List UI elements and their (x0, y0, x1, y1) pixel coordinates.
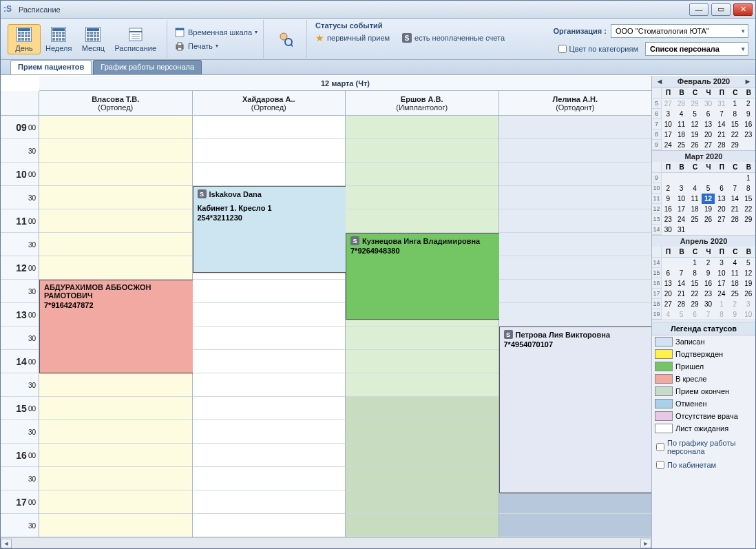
calendar-day[interactable]: 30 (702, 99, 715, 109)
appointment-kuznetsova[interactable]: SКузнецова Инга Владимировна 7*926494838… (346, 233, 500, 320)
calendar-day[interactable]: 3 (675, 183, 688, 194)
mini-calendar-feb[interactable]: ПВСЧПСВ527282930311263456789710111213141… (652, 87, 755, 151)
calendar-day[interactable]: 21 (715, 130, 728, 140)
calendar-day[interactable]: 6 (662, 268, 675, 278)
calendar-day[interactable]: 20 (662, 289, 675, 299)
calendar-day[interactable]: 20 (702, 130, 715, 140)
calendar-day[interactable]: 6 (689, 309, 702, 320)
calendar-day[interactable]: 6 (715, 183, 728, 194)
calendar-day[interactable]: 3 (662, 109, 675, 119)
calendar-day[interactable]: 1 (689, 258, 702, 268)
calendar-day[interactable]: 12 (702, 194, 715, 204)
calendar-day[interactable]: 2 (742, 99, 755, 109)
calendar-day[interactable]: 16 (742, 119, 755, 130)
close-button[interactable]: ✕ (733, 3, 753, 16)
tab-staff-schedule[interactable]: График работы персонала (93, 60, 202, 74)
calendar-day[interactable]: 11 (728, 268, 742, 278)
calendar-day[interactable]: 3 (715, 258, 728, 268)
calendar-day[interactable]: 23 (662, 214, 675, 225)
calendar-day[interactable]: 12 (689, 119, 702, 130)
calendar-day[interactable]: 30 (662, 225, 675, 235)
calendar-day[interactable]: 6 (702, 109, 715, 119)
calendar-day[interactable]: 7 (715, 109, 728, 119)
calendar-day[interactable]: 4 (689, 183, 702, 194)
calendar-day[interactable]: 11 (675, 119, 688, 130)
calendar-day[interactable]: 18 (728, 278, 742, 289)
calendar-day[interactable]: 23 (702, 289, 715, 299)
calendar-day[interactable]: 26 (742, 289, 755, 299)
calendar-day[interactable]: 17 (675, 204, 688, 214)
calendar-day[interactable]: 17 (662, 130, 675, 140)
calendar-day[interactable]: 29 (742, 214, 755, 225)
timescale-button[interactable]: Временная шкала ▾ (174, 27, 258, 38)
calendar-day[interactable]: 19 (742, 278, 755, 289)
doctor-column-0[interactable]: Власова Т.В. (Ортопед) (39, 91, 193, 115)
schedule-column-1[interactable]: SIskakova Dana Кабинет 1. Кресло 1 254*3… (193, 116, 346, 537)
calendar-day[interactable] (728, 225, 742, 235)
calendar-day[interactable] (662, 173, 675, 183)
calendar-day[interactable]: 24 (715, 289, 728, 299)
calendar-day[interactable]: 8 (689, 268, 702, 278)
calendar-day[interactable]: 2 (728, 299, 742, 309)
schedule-column-3[interactable]: SПетрова Лия Викторовна 7*4954070107 (499, 116, 652, 537)
calendar-day[interactable]: 13 (662, 278, 675, 289)
calendar-day[interactable]: 1 (742, 173, 755, 183)
calendar-day[interactable]: 29 (728, 140, 742, 150)
calendar-day[interactable] (742, 225, 755, 235)
calendar-day[interactable]: 9 (728, 309, 742, 320)
calendar-day[interactable] (702, 173, 715, 183)
calendar-day[interactable]: 27 (662, 99, 675, 109)
calendar-day[interactable] (728, 173, 742, 183)
calendar-day[interactable] (715, 173, 728, 183)
staff-list-select[interactable]: Список персонала (645, 42, 748, 56)
calendar-day[interactable]: 25 (728, 289, 742, 299)
maximize-button[interactable]: ▭ (711, 3, 731, 16)
calendar-day[interactable]: 30 (702, 299, 715, 309)
calendar-day[interactable]: 14 (715, 119, 728, 130)
calendar-day[interactable]: 14 (728, 194, 742, 204)
calendar-day[interactable]: 5 (689, 109, 702, 119)
schedule-column-2[interactable]: SКузнецова Инга Владимировна 7*926494838… (346, 116, 499, 537)
calendar-day[interactable]: 22 (689, 289, 702, 299)
calendar-day[interactable]: 23 (742, 130, 755, 140)
color-by-category-checkbox[interactable]: Цвет по категориям (558, 45, 638, 53)
doctor-column-1[interactable]: Хайдарова А.. (Ортопед) (193, 91, 346, 115)
calendar-day[interactable]: 18 (675, 130, 688, 140)
calendar-day[interactable] (702, 225, 715, 235)
calendar-day[interactable]: 27 (715, 214, 728, 225)
organization-select[interactable]: ООО "Стоматология ЮТА" (611, 24, 748, 38)
calendar-day[interactable]: 14 (675, 278, 688, 289)
calendar-day[interactable] (742, 140, 755, 150)
calendar-day[interactable]: 24 (662, 140, 675, 150)
calendar-day[interactable]: 8 (715, 309, 728, 320)
calendar-day[interactable]: 15 (689, 278, 702, 289)
calendar-day[interactable]: 8 (742, 183, 755, 194)
calendar-day[interactable]: 7 (675, 268, 688, 278)
calendar-day[interactable] (689, 173, 702, 183)
calendar-day[interactable]: 4 (728, 258, 742, 268)
calendar-day[interactable]: 10 (715, 268, 728, 278)
calendar-day[interactable]: 4 (675, 109, 688, 119)
calendar-day[interactable]: 19 (702, 204, 715, 214)
calendar-day[interactable]: 24 (675, 214, 688, 225)
view-day-button[interactable]: День (8, 24, 41, 54)
calendar-day[interactable]: 25 (689, 214, 702, 225)
mini-calendar-apr[interactable]: ПВСЧПСВ141234515678910111216131415161718… (652, 247, 755, 320)
calendar-day[interactable]: 9 (702, 268, 715, 278)
calendar-day[interactable]: 20 (715, 204, 728, 214)
tab-patients[interactable]: Прием пациентов (10, 60, 92, 74)
calendar-day[interactable]: 15 (742, 194, 755, 204)
doctor-column-3[interactable]: Лелина А.Н. (Ортодонт) (499, 91, 652, 115)
view-week-button[interactable]: Неделя (41, 24, 76, 54)
calendar-day[interactable]: 13 (715, 194, 728, 204)
calendar-day[interactable]: 28 (715, 140, 728, 150)
calendar-day[interactable] (662, 258, 675, 268)
calendar-day[interactable]: 26 (689, 140, 702, 150)
by-rooms-checkbox[interactable]: По кабинетам (656, 461, 751, 469)
appointment-abdurahimov[interactable]: АБДУРАХИМОВ АББОСЖОН РАМОТОВИЧ 7*9164247… (39, 280, 193, 373)
mini-calendar-mar[interactable]: ПВСЧПСВ911023456781191011121314151216171… (652, 162, 755, 235)
by-staff-schedule-checkbox[interactable]: По графику работы персонала (656, 439, 751, 455)
calendar-day[interactable]: 27 (702, 140, 715, 150)
horizontal-scrollbar[interactable]: ◄ ► (1, 537, 651, 548)
calendar-day[interactable]: 28 (675, 99, 688, 109)
